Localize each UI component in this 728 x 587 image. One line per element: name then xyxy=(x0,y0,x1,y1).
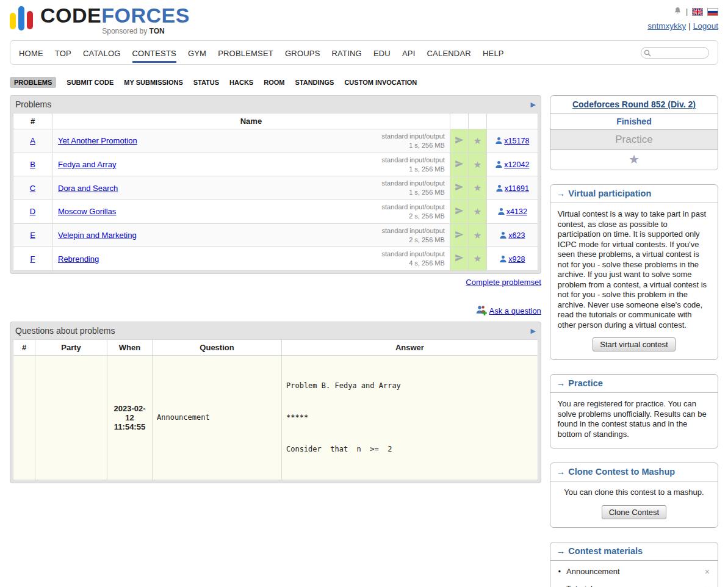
nav-item-gym[interactable]: GYM xyxy=(188,43,206,63)
submit-plane-icon[interactable] xyxy=(455,255,464,264)
nav-item-groups[interactable]: GROUPS xyxy=(285,43,320,63)
col-header-name: Name xyxy=(52,113,450,129)
favorite-star-icon[interactable]: ★ xyxy=(629,153,640,166)
col-header-favorite xyxy=(468,113,486,129)
problem-row-e: E Velepin and Marketing standard input/o… xyxy=(13,223,538,247)
subnav-item-room[interactable]: ROOM xyxy=(264,79,284,86)
bullet-icon: • xyxy=(558,585,561,587)
sidebar: Codeforces Round 852 (Div. 2) Finished P… xyxy=(550,95,718,587)
question-row: 2023-02-12 11:54:55 Announcement Problem… xyxy=(13,356,538,480)
nav-item-problemset[interactable]: PROBLEMSET xyxy=(218,43,273,63)
complete-problemset-link[interactable]: Complete problemset xyxy=(466,278,541,287)
nav-item-top[interactable]: TOP xyxy=(55,43,71,63)
nav-item-calendar[interactable]: CALENDAR xyxy=(427,43,471,63)
problem-io-limits: standard input/output4 s, 256 MB xyxy=(382,250,445,268)
nav-item-catalog[interactable]: CATALOG xyxy=(83,43,121,63)
problem-letter-link[interactable]: A xyxy=(30,136,35,145)
submit-plane-icon[interactable] xyxy=(455,161,464,170)
submit-plane-icon[interactable] xyxy=(455,184,464,193)
favorite-star-icon[interactable]: ★ xyxy=(474,159,481,170)
solved-count-link[interactable]: x11691 xyxy=(505,184,529,193)
close-icon[interactable]: × xyxy=(705,584,710,587)
virtual-participation-title: →Virtual participation xyxy=(550,185,718,203)
clone-button-row: Clone Contest xyxy=(550,500,718,527)
collapse-arrow-icon[interactable]: ▶ xyxy=(530,328,535,334)
arrow-right-icon: → xyxy=(557,378,566,388)
problem-letter-link[interactable]: D xyxy=(30,207,35,216)
favorite-star-icon[interactable]: ★ xyxy=(474,182,481,193)
problem-name-link[interactable]: Yet Another Promotion xyxy=(58,136,137,145)
subnav-item-problems[interactable]: PROBLEMS xyxy=(10,77,56,88)
problem-name-link[interactable]: Rebrending xyxy=(58,254,99,264)
close-icon[interactable]: × xyxy=(705,567,710,577)
problem-io-limits: standard input/output1 s, 256 MB xyxy=(382,132,445,150)
subnav-item-hacks[interactable]: HACKS xyxy=(229,79,253,86)
solved-count-link[interactable]: x12042 xyxy=(504,160,529,169)
questions-table: # Party When Question Answer 2023-02-12 … xyxy=(13,339,538,480)
logout-link[interactable]: Logout xyxy=(693,21,718,31)
russian-flag-icon[interactable] xyxy=(707,8,718,16)
username-link[interactable]: sntmxykky xyxy=(647,21,686,31)
start-virtual-contest-button[interactable]: Start virtual contest xyxy=(593,337,675,351)
subnav-item-submit-code[interactable]: SUBMIT CODE xyxy=(67,79,114,86)
logo-bars-icon xyxy=(10,5,35,34)
announcement-link[interactable]: Announcement xyxy=(566,567,619,576)
solved-count-link[interactable]: x4132 xyxy=(506,207,527,216)
favorite-star-icon[interactable]: ★ xyxy=(474,253,481,264)
q-col-party: Party xyxy=(35,340,107,356)
q-col-number: # xyxy=(13,340,35,356)
submit-plane-icon[interactable] xyxy=(455,137,464,146)
problem-name-link[interactable]: Moscow Gorillas xyxy=(58,207,116,216)
problem-row-c: C Dora and Search standard input/output1… xyxy=(13,176,538,200)
problem-name-link[interactable]: Velepin and Marketing xyxy=(58,231,137,240)
problem-letter-link[interactable]: F xyxy=(31,254,35,264)
solved-count-link[interactable]: x623 xyxy=(508,231,525,240)
nav-item-contests[interactable]: CONTESTS xyxy=(132,43,176,63)
problem-letter-link[interactable]: C xyxy=(30,184,35,193)
tutorial-link[interactable]: Tutorial xyxy=(566,584,593,587)
contest-status: Finished xyxy=(550,113,718,130)
subnav-item-standings[interactable]: STANDINGS xyxy=(295,79,334,86)
bell-icon[interactable] xyxy=(674,6,682,17)
nav-item-home[interactable]: HOME xyxy=(19,43,43,63)
header: CODEFORCES Sponsored by TON | xyxy=(0,0,728,38)
solved-person-icon xyxy=(497,207,506,216)
solved-count-link[interactable]: x928 xyxy=(508,255,525,264)
col-header-number: # xyxy=(13,113,52,129)
favorite-star-icon[interactable]: ★ xyxy=(474,135,481,146)
subnav-item-my-submissions[interactable]: MY SUBMISSIONS xyxy=(124,79,182,86)
contest-title-link[interactable]: Codeforces Round 852 (Div. 2) xyxy=(572,99,696,109)
problem-letter-link[interactable]: E xyxy=(30,231,35,240)
questions-header-row: # Party When Question Answer xyxy=(13,340,538,356)
favorite-star-icon[interactable]: ★ xyxy=(474,206,481,217)
col-header-submit xyxy=(450,113,468,129)
nav-item-edu[interactable]: EDU xyxy=(373,43,391,63)
ask-question-row: Ask a question xyxy=(10,305,541,315)
clone-contest-button[interactable]: Clone Contest xyxy=(602,505,666,519)
contest-favorite-row: ★ xyxy=(550,150,718,170)
nav-item-help[interactable]: HELP xyxy=(483,43,504,63)
submit-plane-icon[interactable] xyxy=(455,208,464,217)
submit-plane-icon[interactable] xyxy=(455,232,464,241)
problem-name-link[interactable]: Fedya and Array xyxy=(58,160,116,169)
arrow-right-icon: → xyxy=(557,546,566,556)
practice-text: You are registered for practice. You can… xyxy=(550,393,718,448)
nav-item-api[interactable]: API xyxy=(402,43,416,63)
collapse-arrow-icon[interactable]: ▶ xyxy=(530,101,535,108)
codeforces-logo[interactable]: CODEFORCES Sponsored by TON xyxy=(10,5,190,35)
nav-item-rating[interactable]: RATING xyxy=(332,43,362,63)
contest-info-box: Codeforces Round 852 (Div. 2) Finished P… xyxy=(550,95,718,170)
problem-io-limits: standard input/output1 s, 256 MB xyxy=(382,156,445,174)
problem-name-link[interactable]: Dora and Search xyxy=(58,184,118,193)
english-flag-icon[interactable] xyxy=(692,8,703,16)
ask-question-link[interactable]: Ask a question xyxy=(489,306,541,315)
problem-row-f: F Rebrending standard input/output4 s, 2… xyxy=(13,247,538,271)
problem-letter-link[interactable]: B xyxy=(30,160,35,169)
solved-count-link[interactable]: x15178 xyxy=(504,137,529,145)
subnav-item-custom-invocation[interactable]: CUSTOM INVOCATION xyxy=(344,79,417,86)
solved-person-icon xyxy=(495,160,504,169)
contest-mode: Practice xyxy=(550,130,718,150)
questions-caption: Questions about problems ▶ xyxy=(13,325,538,339)
favorite-star-icon[interactable]: ★ xyxy=(474,230,481,240)
subnav-item-status[interactable]: STATUS xyxy=(193,79,219,86)
